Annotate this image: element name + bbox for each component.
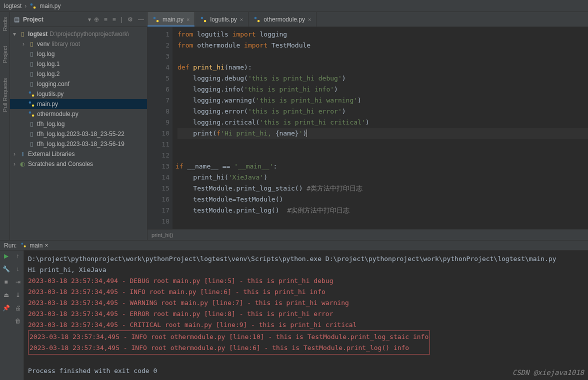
trash-icon[interactable]: 🗑: [15, 318, 21, 324]
run-icon[interactable]: ▶: [4, 252, 8, 260]
project-header: ▤ Project ▾ ⊕ ≡ ≡ | ⚙ —: [10, 12, 147, 27]
console-line: D:\project\pythonproject\work\pythonProj…: [28, 254, 584, 264]
tree-file[interactable]: ▯log.log.1: [10, 59, 147, 69]
editor-tabs: main.py×logutils.py×othermodule.py×: [148, 12, 588, 27]
sidebar-tab-redis[interactable]: Redis: [2, 17, 8, 31]
svg-rect-0: [30, 3, 32, 5]
tree-file-label: log.log.2: [37, 70, 60, 78]
context-text: print_hi(): [152, 232, 173, 238]
chevron-down-icon[interactable]: ▾: [12, 30, 17, 38]
pin-icon[interactable]: 📌: [2, 304, 10, 312]
python-file-icon: [152, 16, 160, 23]
editor-context-bar: print_hi(): [148, 229, 588, 240]
editor-tab[interactable]: othermodule.py×: [248, 12, 316, 26]
project-tree[interactable]: ▾ ▯ logtest D:\project\pythonproject\wor…: [10, 27, 147, 240]
close-icon[interactable]: ×: [186, 16, 190, 22]
tab-label: main.py: [162, 16, 184, 23]
console-line: Process finished with exit code 0: [28, 366, 584, 376]
console-line: Hi print_hi, XieJava: [28, 264, 584, 276]
chevron-right-icon[interactable]: ›: [12, 160, 17, 168]
tree-root-path: D:\project\pythonproject\work\: [50, 30, 129, 38]
close-icon[interactable]: ×: [308, 16, 311, 22]
python-file-icon: [28, 90, 35, 98]
code-editor[interactable]: from logutils import loggingfrom othermo…: [172, 27, 588, 229]
close-icon[interactable]: ×: [44, 242, 48, 249]
tree-file[interactable]: ▯tfh_log.log: [10, 119, 147, 129]
libraries-icon: ⫴: [19, 150, 26, 158]
tree-venv[interactable]: › ▯ venv library root: [10, 39, 147, 49]
tree-file-label: tfh_log.log.2023-03-18_23-55-22: [37, 130, 124, 138]
tree-file[interactable]: ▯tfh_log.log.2023-03-18_23-56-19: [10, 139, 147, 149]
python-file-icon: [254, 16, 260, 23]
left-tool-strip: Redis Project Pull Requests: [0, 12, 10, 240]
folder-icon: ▯: [19, 30, 26, 38]
console-line: 2023-03-18 23:57:34,495 - ERROR root mai…: [28, 308, 584, 320]
python-file-icon: [28, 110, 35, 118]
tree-root[interactable]: ▾ ▯ logtest D:\project\pythonproject\wor…: [10, 29, 147, 39]
chevron-right-icon[interactable]: ›: [21, 40, 26, 48]
dropdown-icon[interactable]: ▾: [88, 16, 91, 23]
svg-rect-1: [34, 6, 36, 8]
up-icon[interactable]: ↑: [16, 252, 20, 260]
tree-file[interactable]: ▯log.log.2: [10, 69, 147, 79]
svg-rect-8: [154, 16, 156, 18]
python-file-icon: [30, 2, 36, 10]
chevron-right-icon[interactable]: ›: [12, 150, 17, 158]
gear-icon[interactable]: ⚙: [128, 16, 133, 23]
editor-body: 123456789101112131415161718 from logutil…: [148, 27, 588, 229]
breadcrumb-file[interactable]: main.py: [40, 2, 60, 10]
exit-icon[interactable]: ⏏: [4, 292, 9, 298]
tree-file[interactable]: othermodule.py: [10, 109, 147, 119]
console-line: 2023-03-18 23:57:34,495 - INFO root main…: [28, 286, 584, 298]
tree-file[interactable]: ▯tfh_log.log.2023-03-18_23-55-22: [10, 129, 147, 139]
project-title[interactable]: Project: [23, 16, 85, 23]
svg-rect-15: [24, 245, 26, 247]
watermark: CSDN @xiejava1018: [512, 367, 584, 378]
collapse-all-icon[interactable]: ≡: [112, 16, 116, 23]
tree-file[interactable]: ▯log.log: [10, 49, 147, 59]
stop-icon[interactable]: ■: [4, 278, 8, 286]
print-icon[interactable]: 🖨: [15, 304, 21, 312]
line-gutter[interactable]: 123456789101112131415161718: [148, 27, 172, 229]
sidebar-tab-project[interactable]: Project: [2, 46, 8, 63]
tree-external-libs[interactable]: › ⫴ External Libraries: [10, 149, 147, 159]
editor-tab[interactable]: main.py×: [148, 12, 195, 26]
project-view-icon[interactable]: ▤: [13, 16, 20, 23]
tree-root-label: logtest: [28, 30, 48, 38]
scratches-icon: ◐: [19, 160, 26, 168]
tree-file[interactable]: main.py: [10, 99, 147, 109]
svg-rect-9: [156, 20, 158, 22]
run-label: Run:: [4, 242, 16, 249]
tree-external-label: External Libraries: [28, 150, 74, 158]
soft-wrap-icon[interactable]: ⇥: [16, 278, 20, 286]
svg-rect-11: [204, 20, 206, 22]
tree-file-label: othermodule.py: [37, 110, 78, 118]
run-tab[interactable]: main ×: [20, 242, 48, 249]
console-line: [28, 354, 584, 366]
expand-all-icon[interactable]: ≡: [104, 16, 108, 23]
divider: |: [121, 16, 122, 23]
tree-scratches[interactable]: › ◐ Scratches and Consoles: [10, 159, 147, 169]
select-opened-icon[interactable]: ⊕: [94, 16, 99, 23]
tree-venv-label: venv: [37, 40, 50, 48]
editor-tab[interactable]: logutils.py×: [195, 12, 248, 26]
svg-rect-4: [29, 102, 31, 104]
run-header: Run: main ×: [0, 240, 588, 250]
breadcrumb-root[interactable]: logtest: [4, 2, 22, 10]
run-panel: Run: main × ▶ 🔧 ■ ⏏ 📌 ↑ ↓ ⇥ ⤓ 🖨 🗑 D:\pro…: [0, 240, 588, 380]
tab-label: othermodule.py: [264, 16, 305, 23]
tree-file[interactable]: logutils.py: [10, 89, 147, 99]
scroll-icon[interactable]: ⤓: [16, 292, 20, 298]
down-icon[interactable]: ↓: [16, 266, 20, 272]
tree-file[interactable]: ▯logging.conf: [10, 79, 147, 89]
run-console[interactable]: D:\project\pythonproject\work\pythonProj…: [24, 250, 588, 380]
tree-file-label: log.log.1: [37, 60, 60, 68]
console-line: 2023-03-18 23:57:34,495 - CRITICAL root …: [28, 320, 584, 330]
wrench-icon[interactable]: 🔧: [2, 266, 10, 272]
python-file-icon: [20, 242, 28, 249]
close-icon[interactable]: ×: [240, 16, 243, 22]
file-icon: ▯: [28, 120, 35, 128]
python-file-icon: [28, 100, 35, 108]
sidebar-tab-pull-requests[interactable]: Pull Requests: [2, 78, 8, 112]
hide-icon[interactable]: —: [138, 16, 144, 23]
